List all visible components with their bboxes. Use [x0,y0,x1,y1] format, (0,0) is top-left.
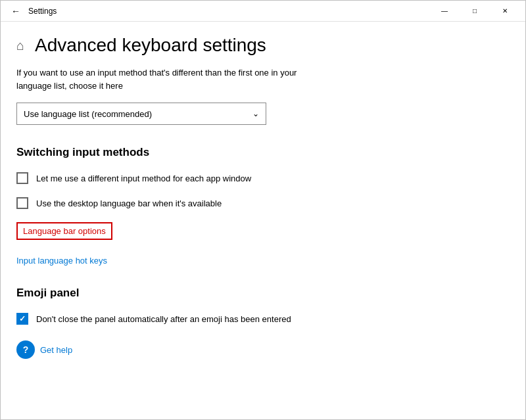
home-icon: ⌂ [16,38,24,53]
window-controls: — □ ✕ [429,1,520,22]
content-area: ⌂ Advanced keyboard settings If you want… [1,22,525,419]
page-header: ⌂ Advanced keyboard settings [16,22,510,66]
emoji-panel-label: Don't close the panel automatically afte… [36,314,291,324]
switching-section: Switching input methods Let me use a dif… [16,146,510,209]
desktop-language-bar-label: Use the desktop language bar when it's a… [36,198,222,208]
different-input-method-checkbox[interactable] [16,172,28,184]
close-button[interactable]: ✕ [490,1,520,22]
different-input-method-label: Let me use a different input method for … [36,174,251,183]
language-bar-options-container: Language bar options [16,222,510,248]
emoji-section-title: Emoji panel [16,287,510,300]
checkbox-row-1: Let me use a different input method for … [16,172,510,184]
switching-section-title: Switching input methods [16,146,510,159]
get-help-link[interactable]: Get help [40,345,72,355]
checkbox-row-2: Use the desktop language bar when it's a… [16,197,510,209]
language-bar-options-link[interactable]: Language bar options [16,222,112,240]
get-help-row: ? Get help [16,340,510,359]
desktop-language-bar-checkbox[interactable] [16,197,28,209]
input-method-dropdown[interactable]: Use language list (recommended) ⌄ [16,103,266,125]
emoji-checkbox-row: Don't close the panel automatically afte… [16,313,510,325]
back-button[interactable]: ← [9,3,23,19]
help-icon: ? [16,340,35,359]
dropdown-selected-value: Use language list (recommended) [24,109,152,119]
input-method-dropdown-container: Use language list (recommended) ⌄ [16,103,510,125]
minimize-button[interactable]: — [429,1,460,22]
input-language-hot-keys-link[interactable]: Input language hot keys [16,256,510,266]
settings-window: ← Settings — □ ✕ ⌂ Advanced keyboard set… [0,0,526,420]
maximize-button[interactable]: □ [460,1,490,22]
emoji-panel-checkbox[interactable] [16,313,28,325]
title-bar: ← Settings — □ ✕ [1,1,525,22]
title-bar-left: ← Settings [9,3,57,19]
emoji-section: Emoji panel Don't close the panel automa… [16,287,510,325]
page-description: If you want to use an input method that'… [16,66,332,92]
chevron-down-icon: ⌄ [252,109,259,118]
window-title: Settings [28,7,57,16]
page-title: Advanced keyboard settings [35,35,266,56]
